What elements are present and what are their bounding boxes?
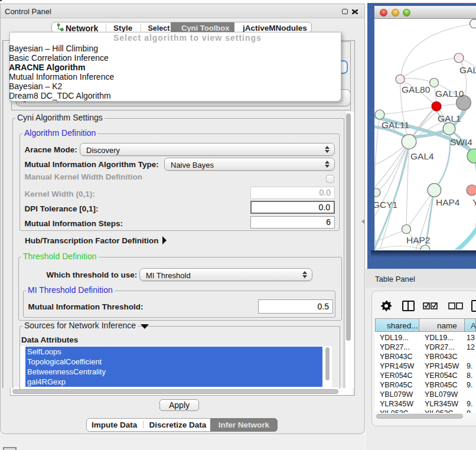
svg-text:GAL11: GAL11 bbox=[382, 120, 409, 130]
svg-text:GAL: GAL bbox=[459, 65, 476, 75]
svg-text:GAL1: GAL1 bbox=[438, 113, 461, 123]
svg-text:SWI4: SWI4 bbox=[450, 137, 472, 147]
svg-text:Y: Y bbox=[472, 197, 476, 207]
svg-text:GAL10: GAL10 bbox=[435, 89, 464, 99]
svg-text:HAP4: HAP4 bbox=[436, 197, 460, 207]
svg-text:GCY1: GCY1 bbox=[374, 200, 397, 210]
svg-text:HAP2: HAP2 bbox=[406, 235, 431, 245]
svg-text:GAL4: GAL4 bbox=[410, 151, 434, 161]
svg-text:GAL80: GAL80 bbox=[402, 84, 431, 94]
